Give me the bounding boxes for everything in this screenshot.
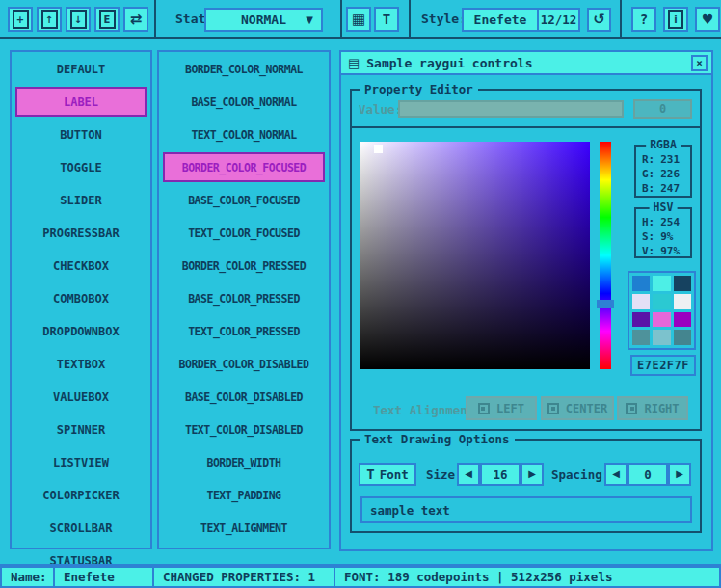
list-item[interactable]: BORDER_WIDTH <box>163 447 325 477</box>
toolbar-divider <box>409 0 411 37</box>
list-item[interactable]: TEXT_COLOR_FOCUSED <box>163 218 325 248</box>
list-item[interactable]: LISTVIEW <box>15 447 147 477</box>
list-item[interactable]: TEXT_COLOR_NORMAL <box>163 120 325 149</box>
list-item-selected[interactable]: BORDER_COLOR_FOCUSED <box>163 152 325 182</box>
sample-text-input[interactable] <box>360 496 692 523</box>
list-item[interactable]: TEXT_ALIGNMENT <box>163 513 325 543</box>
open-style-button[interactable]: ↑ <box>37 7 62 32</box>
list-item[interactable]: COLORPICKER <box>15 480 147 510</box>
color-swatch[interactable] <box>653 330 670 345</box>
color-swatch[interactable] <box>674 330 691 345</box>
color-swatch[interactable] <box>632 330 650 345</box>
align-right-button: RIGHT <box>617 396 688 420</box>
align-left-icon <box>478 403 490 414</box>
font-t-icon: T <box>366 467 374 482</box>
state-dropdown[interactable]: NORMAL ▼ <box>204 8 323 32</box>
grid-icon: ▦ <box>352 13 365 27</box>
color-swatch[interactable] <box>653 312 670 328</box>
spacing-value-box[interactable]: 0 <box>628 463 668 486</box>
color-swatch[interactable] <box>674 312 691 328</box>
s-label: S: <box>642 230 654 244</box>
color-swatch[interactable] <box>653 294 670 309</box>
randomize-style-button[interactable]: ⇄ <box>123 7 148 32</box>
spacing-decrement-button[interactable]: ◀ <box>604 463 628 486</box>
h-value: 254 <box>660 216 680 229</box>
list-item[interactable]: DROPDOWNBOX <box>15 316 147 346</box>
list-item[interactable]: PROGRESSBAR <box>15 218 147 248</box>
sponsor-button[interactable]: ♥ <box>695 7 720 32</box>
list-item[interactable]: BORDER_COLOR_DISABLED <box>163 349 325 379</box>
list-item-selected[interactable]: LABEL <box>15 87 147 117</box>
window-titlebar[interactable]: ▤ Sample raygui controls × <box>341 52 711 75</box>
color-swatch[interactable] <box>632 294 650 309</box>
new-style-button[interactable]: + <box>8 7 33 32</box>
shuffle-icon: ⇄ <box>130 13 143 27</box>
list-item[interactable]: BASE_COLOR_PRESSED <box>163 283 325 313</box>
color-picker-panel[interactable] <box>360 142 590 369</box>
list-item[interactable]: TEXTBOX <box>15 349 147 379</box>
color-cursor[interactable] <box>374 145 383 153</box>
align-right-icon <box>626 403 637 414</box>
statusbar-changed-properties: CHANGED PROPERTIES: 1 <box>152 566 335 588</box>
list-item[interactable]: SPINNER <box>15 414 147 444</box>
style-name: Enefete <box>474 13 527 27</box>
hue-bar[interactable] <box>600 142 611 369</box>
font-button[interactable]: T Font <box>359 463 416 486</box>
size-increment-button[interactable]: ▶ <box>521 463 544 486</box>
font-editor-button[interactable]: T <box>374 7 399 32</box>
toolbar-divider <box>620 0 622 37</box>
info-icon: i <box>668 10 683 29</box>
list-item[interactable]: DEFAULT <box>15 54 147 84</box>
controls-table-button[interactable]: ▦ <box>346 7 371 32</box>
align-center-label: CENTER <box>566 402 607 415</box>
color-swatch[interactable] <box>674 294 691 309</box>
style-name-box[interactable]: Enefete <box>462 8 539 32</box>
list-item[interactable]: BUTTON <box>15 120 147 149</box>
list-item[interactable]: TEXT_COLOR_DISABLED <box>163 414 325 444</box>
spacing-increment-button[interactable]: ▶ <box>668 463 691 486</box>
font-button-label: Font <box>380 468 409 482</box>
changed-properties: CHANGED PROPERTIES: 1 <box>163 570 315 584</box>
spacing-label: Spacing: <box>551 463 609 486</box>
color-swatch[interactable] <box>632 312 650 328</box>
list-item[interactable]: VALUEBOX <box>15 382 147 412</box>
hue-slider-handle[interactable] <box>597 300 614 308</box>
list-item[interactable]: BASE_COLOR_DISABLED <box>163 382 325 412</box>
g-label: G: <box>642 168 654 181</box>
s-value: 9% <box>660 230 673 244</box>
name-label: Name: <box>11 570 47 584</box>
color-swatch[interactable] <box>653 276 670 291</box>
save-style-button[interactable]: ↓ <box>66 7 91 32</box>
list-item[interactable]: BASE_COLOR_FOCUSED <box>163 185 325 215</box>
list-item[interactable]: CHECKBOX <box>15 251 147 281</box>
properties-list: BORDER_COLOR_NORMAL BASE_COLOR_NORMAL TE… <box>157 50 331 549</box>
color-swatch[interactable] <box>674 276 691 291</box>
list-item[interactable]: TEXT_COLOR_PRESSED <box>163 316 325 346</box>
export-style-button[interactable]: E <box>94 7 120 32</box>
help-icon: ? <box>640 12 648 27</box>
b-value: 247 <box>660 182 680 196</box>
help-button[interactable]: ? <box>631 7 656 32</box>
color-swatch[interactable] <box>632 276 650 291</box>
reload-style-button[interactable]: ↺ <box>587 8 611 32</box>
list-item[interactable]: TOGGLE <box>15 152 147 182</box>
color-swatch-grid <box>628 271 696 350</box>
toolbar-divider <box>154 0 156 37</box>
align-left-button: LEFT <box>466 396 537 420</box>
list-item[interactable]: COMBOBOX <box>15 283 147 313</box>
size-value-box[interactable]: 16 <box>480 463 521 486</box>
list-item[interactable]: BORDER_COLOR_NORMAL <box>163 54 325 84</box>
list-item[interactable]: BASE_COLOR_NORMAL <box>163 87 325 117</box>
close-button[interactable]: × <box>691 55 708 71</box>
heart-icon: ♥ <box>702 13 714 26</box>
size-decrement-button[interactable]: ◀ <box>457 463 480 486</box>
list-item[interactable]: BORDER_COLOR_PRESSED <box>163 251 325 281</box>
list-item[interactable]: SCROLLBAR <box>15 513 147 543</box>
statusbar-name-label: Name: <box>0 566 55 588</box>
list-item[interactable]: SLIDER <box>15 185 147 215</box>
divider-line <box>350 126 702 128</box>
font-info: FONT: 189 codepoints | 512x256 pixels <box>344 570 612 584</box>
about-button[interactable]: i <box>663 7 688 32</box>
hex-value-box[interactable]: E7E2F7F <box>630 355 696 376</box>
list-item[interactable]: TEXT_PADDING <box>163 480 325 510</box>
